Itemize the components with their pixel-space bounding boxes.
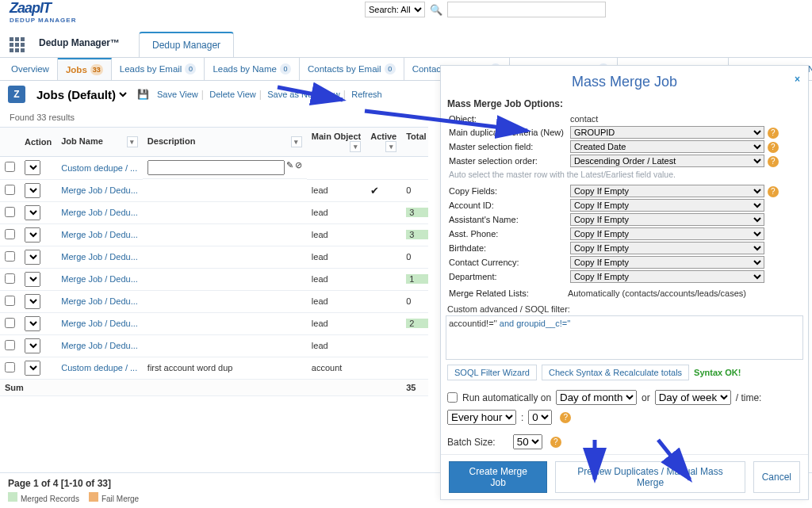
col-header[interactable]: Main Object▾ <box>307 128 366 157</box>
desc-cell <box>143 223 307 246</box>
row-checkbox[interactable] <box>5 207 15 217</box>
save-view-link[interactable]: Save View <box>157 90 198 99</box>
criteria-select[interactable]: GROUPID <box>570 126 764 139</box>
row-action-select[interactable] <box>25 338 40 353</box>
row-checkbox[interactable] <box>5 362 15 372</box>
department-select[interactable]: Copy If Empty <box>570 270 764 283</box>
row-action-select[interactable] <box>25 294 40 309</box>
create-merge-job-button[interactable]: Create Merge Job <box>449 461 547 493</box>
day-of-month-select[interactable]: Day of month <box>556 390 637 405</box>
job-name-link[interactable]: Merge Job / Dedu... <box>56 268 143 290</box>
save-as-new-view-link[interactable]: Save as New View <box>267 90 340 99</box>
jobs-table: ActionJob Name▾Description▾Main Object▾A… <box>0 127 428 396</box>
view-selector[interactable]: Jobs (Default) <box>33 87 129 102</box>
job-name-link[interactable]: Merge Job / Dedu... <box>56 312 143 334</box>
job-name-link[interactable]: Merge Job / Dedu... <box>56 179 143 201</box>
col-header[interactable]: Active▾ <box>366 128 401 157</box>
subtab-jobs[interactable]: Jobs33 <box>58 58 112 80</box>
subtab-leads-by-email[interactable]: Leads by Email0 <box>112 58 205 80</box>
cancel-button[interactable]: Cancel <box>753 461 800 493</box>
clear-icon[interactable]: ⊘ <box>295 160 302 175</box>
job-name-link[interactable]: Custom dedupe / ... <box>56 157 143 180</box>
col-header[interactable]: Action <box>20 128 56 157</box>
table-row: Merge Job / Dedu...lead24 <box>0 312 428 334</box>
run-automatically-checkbox[interactable] <box>447 392 458 403</box>
obj-cell: lead <box>307 246 366 268</box>
row-checkbox[interactable] <box>5 185 15 195</box>
check-syntax-button[interactable]: Check Syntax & Recalculate totals <box>542 365 689 380</box>
row-checkbox[interactable] <box>5 273 15 284</box>
help-icon[interactable]: ? <box>768 142 779 153</box>
row-checkbox[interactable] <box>5 251 15 262</box>
preview-duplicates-button[interactable]: Preview Duplicates / Manual Mass Merge <box>555 461 745 493</box>
col-header[interactable]: Total Merged▾ <box>401 128 428 157</box>
subtab-contacts-by-email[interactable]: Contacts by Email0 <box>300 58 404 80</box>
criteria-label: Main duplicates criteria (New) <box>446 125 567 139</box>
col-header[interactable]: Description▾ <box>143 128 307 157</box>
desc-filter-input[interactable] <box>147 160 285 175</box>
close-icon[interactable]: × <box>795 74 800 85</box>
minute-select[interactable]: 0 <box>528 410 552 425</box>
birthdate-select[interactable]: Copy If Empty <box>570 242 764 254</box>
batch-size-select[interactable]: 50 <box>513 434 542 449</box>
help-icon[interactable]: ? <box>550 437 561 448</box>
hour-select[interactable]: Every hour <box>447 410 516 425</box>
app-launcher-icon[interactable] <box>10 37 25 52</box>
delete-view-link[interactable]: Delete View <box>209 90 256 99</box>
job-name-link[interactable]: Merge Job / Dedu... <box>56 223 143 246</box>
row-action-select[interactable] <box>25 160 40 175</box>
help-icon[interactable]: ? <box>768 186 779 197</box>
asst-phone-select[interactable]: Copy If Empty <box>570 227 764 240</box>
contact-currency-select[interactable]: Copy If Empty <box>570 256 764 269</box>
col-header[interactable] <box>0 128 20 157</box>
contact-currency-label: Contact Currency: <box>446 255 567 269</box>
job-name-link[interactable]: Merge Job / Dedu... <box>56 201 143 223</box>
active-cell <box>366 201 401 223</box>
row-action-select[interactable] <box>25 361 40 376</box>
help-icon[interactable]: ? <box>768 156 779 167</box>
row-action-select[interactable] <box>25 183 40 198</box>
birthdate-label: Birthdate: <box>446 241 567 255</box>
row-checkbox[interactable] <box>5 162 15 172</box>
search-input[interactable] <box>447 2 606 17</box>
module-tab-dedup-manager[interactable]: Dedup Manager <box>139 32 234 57</box>
row-action-select[interactable] <box>25 250 40 265</box>
help-icon[interactable]: ? <box>560 412 571 423</box>
row-checkbox[interactable] <box>5 340 15 350</box>
row-action-select[interactable] <box>25 205 40 220</box>
day-of-week-select[interactable]: Day of week <box>655 390 731 405</box>
save-icon[interactable]: 💾 <box>137 89 149 100</box>
row-checkbox[interactable] <box>5 318 15 328</box>
subtab-overview[interactable]: Overview <box>3 58 58 80</box>
master-order-select[interactable]: Descending Order / Latest <box>570 155 764 167</box>
search-scope-select[interactable]: Search: All <box>365 2 425 17</box>
soql-wizard-button[interactable]: SOQL Filter Wizard <box>447 365 537 380</box>
subtab-leads-by-name[interactable]: Leads by Name0 <box>205 58 300 80</box>
row-action-select[interactable] <box>25 316 40 331</box>
refresh-link[interactable]: Refresh <box>351 90 382 99</box>
obj-cell: account <box>307 357 366 379</box>
job-name-link[interactable]: Merge Job / Dedu... <box>56 246 143 268</box>
active-cell <box>366 223 401 246</box>
soql-filter-input[interactable]: accountid!='' and groupid__c!='' <box>446 315 803 360</box>
merged-cell: 0 <box>401 290 428 312</box>
active-cell <box>366 312 401 334</box>
row-checkbox[interactable] <box>5 296 15 306</box>
row-action-select[interactable] <box>25 272 40 287</box>
pencil-icon[interactable]: ✎ <box>286 160 293 175</box>
help-icon[interactable]: ? <box>768 128 779 139</box>
account-id-select[interactable]: Copy If Empty <box>570 199 764 212</box>
master-field-select[interactable]: Created Date <box>570 140 764 153</box>
assistants-name-select[interactable]: Copy If Empty <box>570 213 764 226</box>
job-name-link[interactable]: Merge Job / Dedu... <box>56 290 143 312</box>
results-count: Found 33 results <box>10 113 75 122</box>
row-checkbox[interactable] <box>5 229 15 239</box>
legend-fail: Fail Merge <box>102 495 139 503</box>
job-name-link[interactable]: Merge Job / Dedu... <box>56 334 143 357</box>
copy-fields-select[interactable]: Copy If Empty <box>570 185 764 197</box>
job-name-link[interactable]: Custom dedupe / ... <box>56 357 143 379</box>
col-header[interactable]: Job Name▾ <box>56 128 143 157</box>
active-cell <box>366 290 401 312</box>
toolbar-links: Save View| Delete View| Save as New View… <box>157 89 382 100</box>
row-action-select[interactable] <box>25 227 40 243</box>
